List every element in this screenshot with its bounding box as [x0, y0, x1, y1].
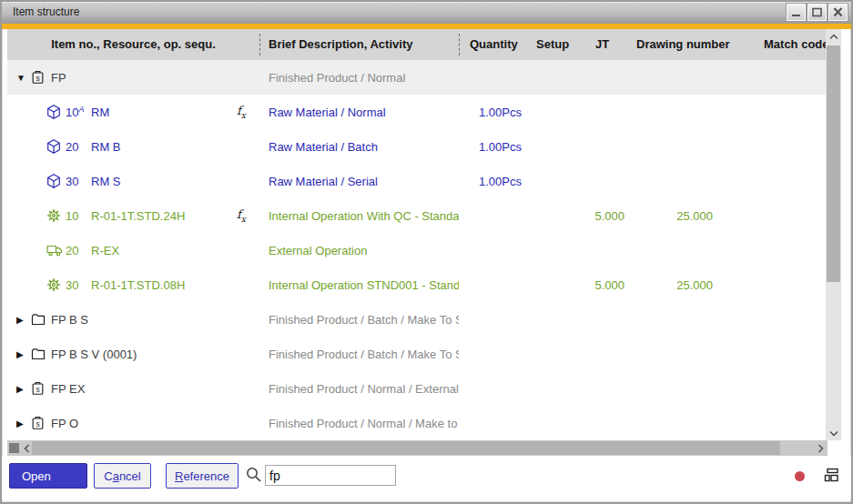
- item-description: Raw Material / Batch: [269, 140, 459, 154]
- tree-row[interactable]: 20R-EXExternal Operation: [7, 233, 826, 267]
- cube-icon: [46, 105, 61, 120]
- item-code-label: RM S: [91, 175, 121, 188]
- op-sequence-number: 20: [66, 140, 78, 154]
- tree-row[interactable]: 10ARMfxRaw Material / Normal1.00Pcs: [7, 95, 826, 129]
- title-bar[interactable]: Item structure: [2, 2, 851, 24]
- minimize-button[interactable]: [787, 4, 806, 21]
- op-sequence-number: 10A: [66, 105, 84, 119]
- item-structure-dialog: Item structure Item no., Resource, op. s…: [0, 0, 853, 504]
- scroll-left-icon[interactable]: [20, 440, 33, 456]
- gear-icon: [46, 208, 61, 223]
- item-description: Finished Product / Batch / Make To St: [269, 313, 459, 327]
- horizontal-scroll-thumb[interactable]: [32, 441, 780, 455]
- folder-icon: [31, 313, 46, 326]
- horizontal-scrollbar[interactable]: [7, 440, 828, 456]
- svg-text:s: s: [36, 419, 39, 428]
- structure-s-icon: s: [31, 70, 45, 85]
- item-description: Finished Product / Normal / External O: [269, 382, 459, 396]
- formula-fx-icon: fx: [237, 104, 246, 120]
- table-header: Item no., Resource, op. sequ. Brief Desc…: [7, 29, 826, 60]
- cube-icon: [46, 139, 61, 155]
- search-icon: [245, 466, 262, 487]
- tree-row[interactable]: ▶sFP OFinished Product / Normal / Make t…: [7, 406, 826, 440]
- cancel-button[interactable]: Cancel: [94, 463, 151, 489]
- column-header-quantity[interactable]: Quantity: [470, 29, 518, 60]
- structure-s-icon: s: [31, 416, 45, 430]
- open-button[interactable]: Open: [9, 463, 87, 489]
- structure-s-icon: s: [31, 381, 45, 396]
- item-code-label: R-EX: [91, 244, 119, 257]
- op-sequence-number: 10: [66, 209, 78, 223]
- item-description: Finished Product / Normal / Make to O: [269, 417, 459, 430]
- item-code-label: R-01-1T.STD.24H: [91, 209, 185, 223]
- column-header-item-no[interactable]: Item no., Resource, op. sequ.: [7, 29, 259, 60]
- item-code-label: RM B: [91, 140, 121, 154]
- item-code-label: FP: [51, 71, 66, 85]
- tree-row[interactable]: 30R-01-1T.STD.08HInternal Operation STND…: [7, 267, 826, 302]
- close-button[interactable]: [828, 4, 848, 21]
- tree-row[interactable]: ▶FP B SFinished Product / Batch / Make T…: [7, 302, 826, 337]
- item-description: Internal Operation With QC - Standard: [269, 209, 459, 223]
- jt-time-value: 25.000: [635, 278, 713, 292]
- scroll-grip[interactable]: [9, 443, 19, 453]
- op-sequence-number: 30: [66, 278, 78, 292]
- folder-icon: [31, 348, 46, 360]
- quantity-value: 1.00Pcs: [479, 175, 522, 188]
- reference-button[interactable]: Reference: [166, 463, 239, 489]
- column-separator: [459, 34, 460, 55]
- expand-arrow-icon[interactable]: ▶: [16, 418, 29, 428]
- tree-row[interactable]: 20RM BRaw Material / Batch1.00Pcs: [7, 129, 826, 164]
- jt-time-value: 25.000: [635, 209, 713, 223]
- scroll-up-icon[interactable]: [826, 30, 841, 43]
- formula-fx-icon: fx: [237, 207, 246, 224]
- svg-text:s: s: [36, 385, 39, 394]
- setup-time-value: 5.000: [563, 278, 625, 292]
- item-code-label: FP B S V (0001): [51, 348, 137, 361]
- item-description: Finished Product / Normal: [269, 71, 459, 85]
- tree-row[interactable]: 10R-01-1T.STD.24HfxInternal Operation Wi…: [7, 198, 826, 233]
- item-code-label: R-01-1T.STD.08H: [91, 278, 185, 292]
- gear-icon: [46, 277, 61, 292]
- column-header-match-code[interactable]: Match code: [764, 29, 829, 60]
- expand-arrow-icon[interactable]: ▶: [16, 349, 29, 359]
- item-description: Raw Material / Serial: [269, 175, 459, 188]
- window-title: Item structure: [13, 5, 79, 18]
- tree-row[interactable]: ▶FP B S V (0001)Finished Product / Batch…: [7, 337, 826, 371]
- cube-icon: [46, 174, 61, 189]
- item-code-label: FP B S: [51, 313, 88, 327]
- item-code-label: RM: [91, 106, 109, 119]
- scroll-right-icon[interactable]: [814, 440, 827, 456]
- item-description: Raw Material / Normal: [269, 106, 459, 119]
- expand-arrow-icon[interactable]: ▶: [16, 315, 29, 325]
- layout-view-icon[interactable]: [824, 468, 839, 486]
- scroll-down-icon[interactable]: [826, 427, 841, 439]
- tree-row[interactable]: ▶sFP EXFinished Product / Normal / Exter…: [7, 371, 826, 406]
- quantity-value: 1.00Pcs: [479, 140, 522, 154]
- footer-bar: Open Cancel Reference: [2, 456, 851, 499]
- quantity-value: 1.00Pcs: [479, 106, 522, 119]
- truck-icon: [46, 244, 63, 257]
- column-header-description[interactable]: Brief Description, Activity: [269, 29, 412, 60]
- column-header-setup[interactable]: Setup: [536, 29, 569, 60]
- item-description: Finished Product / Batch / Make To St: [269, 348, 459, 361]
- op-sequence-number: 20: [66, 244, 78, 257]
- svg-text:s: s: [36, 74, 39, 83]
- op-sequence-number: 30: [66, 175, 78, 188]
- tree-row[interactable]: ▼sFPFinished Product / Normal: [7, 60, 826, 95]
- item-description: External Operation: [269, 244, 459, 257]
- setup-time-value: 5.000: [563, 209, 625, 223]
- column-header-jt[interactable]: JT: [595, 29, 609, 60]
- search-input[interactable]: [265, 465, 396, 486]
- maximize-button[interactable]: [807, 4, 827, 21]
- vertical-scrollbar[interactable]: [826, 29, 841, 440]
- vertical-scroll-thumb[interactable]: [827, 45, 840, 282]
- item-description: Internal Operation STND001 - Standard: [269, 278, 459, 292]
- item-code-label: FP O: [51, 417, 78, 430]
- column-separator: [259, 34, 260, 55]
- tree-rows: ▼sFPFinished Product / Normal10ARMfxRaw …: [7, 60, 826, 440]
- collapse-arrow-icon[interactable]: ▼: [16, 73, 29, 83]
- expand-arrow-icon[interactable]: ▶: [16, 384, 29, 394]
- status-indicator-dot: [795, 471, 805, 481]
- tree-row[interactable]: 30RM SRaw Material / Serial1.00Pcs: [7, 164, 826, 198]
- column-header-drawing-number[interactable]: Drawing number: [636, 29, 730, 60]
